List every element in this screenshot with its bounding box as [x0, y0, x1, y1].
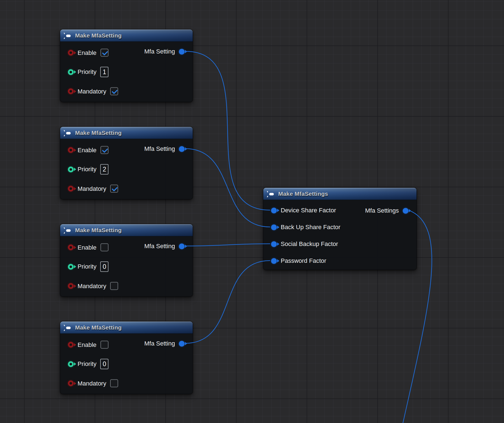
input-pin-row: Priority2	[68, 164, 108, 175]
node-title: Make MfaSetting	[75, 130, 122, 136]
checkbox[interactable]	[110, 282, 118, 290]
bool-pin-input[interactable]	[68, 245, 74, 250]
blueprint-wire[interactable]	[185, 244, 270, 246]
bool-pin-input[interactable]	[68, 89, 74, 94]
node-title: Make MfaSetting	[75, 324, 122, 331]
struct-pin-input[interactable]	[271, 258, 277, 264]
checkbox[interactable]	[100, 341, 108, 349]
input-pin-row: Mandatory	[68, 87, 118, 95]
number-input[interactable]: 2	[100, 164, 108, 175]
node-title: Make MfaSettings	[278, 191, 328, 197]
number-input[interactable]: 0	[100, 359, 108, 369]
checkmark-icon	[102, 147, 108, 153]
input-pin-row: Enable	[68, 341, 108, 349]
make-struct-icon	[267, 191, 275, 197]
blueprint-wire[interactable]	[185, 149, 270, 227]
int-pin-input[interactable]	[68, 264, 74, 270]
number-input[interactable]: 0	[100, 261, 108, 272]
struct-pin-output[interactable]	[179, 243, 185, 249]
struct-pin-input[interactable]	[271, 208, 277, 213]
input-pin-row: Priority0	[68, 261, 108, 272]
struct-pin-output[interactable]	[403, 208, 408, 214]
input-pin-row: Priority0	[68, 359, 108, 369]
blueprint-canvas[interactable]: Make MfaSettingEnablePriority1MandatoryM…	[0, 0, 504, 423]
number-value: 0	[103, 263, 106, 271]
make-struct-icon	[63, 33, 72, 39]
checkmark-icon	[112, 88, 118, 94]
pin-label: Mfa Setting	[144, 145, 175, 152]
bool-pin-input[interactable]	[68, 342, 74, 348]
make-struct-icon	[63, 227, 72, 234]
int-pin-input[interactable]	[68, 69, 74, 75]
pin-label: Mfa Setting	[144, 243, 175, 250]
blueprint-node-n2[interactable]: Make MfaSettingEnablePriority2MandatoryM…	[60, 127, 193, 199]
checkbox[interactable]	[110, 185, 118, 193]
pin-label: Mfa Setting	[144, 48, 175, 55]
node-header[interactable]: Make MfaSetting	[60, 322, 193, 334]
input-pin-row: Back Up Share Factor	[271, 224, 340, 231]
pin-label: Back Up Share Factor	[281, 224, 340, 231]
blueprint-node-n1[interactable]: Make MfaSettingEnablePriority1MandatoryM…	[60, 29, 193, 102]
number-input[interactable]: 1	[100, 67, 108, 77]
checkbox[interactable]	[100, 146, 108, 154]
pin-label: Mfa Setting	[144, 340, 175, 347]
pin-label: Priority	[78, 68, 96, 76]
checkbox[interactable]	[100, 49, 108, 57]
bool-pin-input[interactable]	[68, 50, 74, 56]
struct-pin-output[interactable]	[179, 146, 185, 152]
pin-label: Mandatory	[78, 380, 106, 387]
node-header[interactable]: Make MfaSettings	[263, 188, 417, 200]
blueprint-node-n5[interactable]: Make MfaSettingsDevice Share FactorBack …	[263, 188, 417, 270]
number-value: 2	[103, 166, 106, 173]
input-pin-row: Enable	[68, 49, 108, 57]
bool-pin-input[interactable]	[68, 147, 74, 153]
checkbox[interactable]	[100, 243, 108, 251]
number-value: 0	[103, 360, 106, 368]
int-pin-input[interactable]	[68, 361, 74, 367]
input-pin-row: Enable	[68, 243, 108, 251]
output-pin-row: Mfa Settings	[365, 207, 408, 214]
node-header[interactable]: Make MfaSetting	[60, 224, 193, 236]
node-header[interactable]: Make MfaSetting	[60, 30, 193, 42]
blueprint-node-n3[interactable]: Make MfaSettingEnablePriority0MandatoryM…	[60, 224, 193, 297]
struct-pin-output[interactable]	[179, 341, 185, 347]
pin-label: Priority	[78, 360, 96, 368]
input-pin-row: Password Factor	[271, 257, 326, 264]
bool-pin-input[interactable]	[68, 186, 74, 192]
pin-label: Enable	[78, 49, 97, 56]
blueprint-node-n4[interactable]: Make MfaSettingEnablePriority0MandatoryM…	[60, 321, 193, 394]
pin-label: Social Backup Factor	[281, 240, 338, 248]
input-pin-row: Enable	[68, 146, 108, 154]
struct-pin-input[interactable]	[271, 241, 277, 247]
output-pin-row: Mfa Setting	[144, 145, 185, 152]
input-pin-row: Mandatory	[68, 282, 118, 290]
output-pin-row: Mfa Setting	[144, 48, 185, 55]
make-struct-icon	[63, 130, 72, 136]
blueprint-wire[interactable]	[185, 51, 270, 210]
pin-label: Device Share Factor	[281, 207, 336, 214]
bool-pin-input[interactable]	[68, 381, 74, 386]
node-header[interactable]: Make MfaSetting	[60, 127, 193, 139]
checkbox[interactable]	[110, 87, 118, 95]
checkmark-icon	[112, 186, 118, 192]
output-pin-row: Mfa Setting	[144, 243, 185, 250]
pin-label: Password Factor	[281, 257, 326, 264]
input-pin-row: Mandatory	[68, 185, 118, 193]
pin-label: Priority	[78, 166, 96, 173]
blueprint-wire[interactable]	[185, 261, 270, 343]
pin-label: Priority	[78, 263, 96, 270]
input-pin-row: Social Backup Factor	[271, 240, 338, 248]
pin-label: Enable	[78, 244, 97, 251]
bool-pin-input[interactable]	[68, 283, 74, 289]
int-pin-input[interactable]	[68, 167, 74, 172]
pin-label: Mandatory	[78, 282, 106, 290]
pin-label: Mandatory	[78, 185, 106, 192]
checkbox[interactable]	[110, 379, 118, 387]
pin-label: Enable	[78, 146, 97, 154]
output-pin-row: Mfa Setting	[144, 340, 185, 347]
checkmark-icon	[102, 50, 108, 56]
struct-pin-input[interactable]	[271, 224, 277, 230]
node-title: Make MfaSetting	[75, 32, 122, 39]
struct-pin-output[interactable]	[179, 49, 185, 55]
node-title: Make MfaSetting	[75, 227, 122, 234]
